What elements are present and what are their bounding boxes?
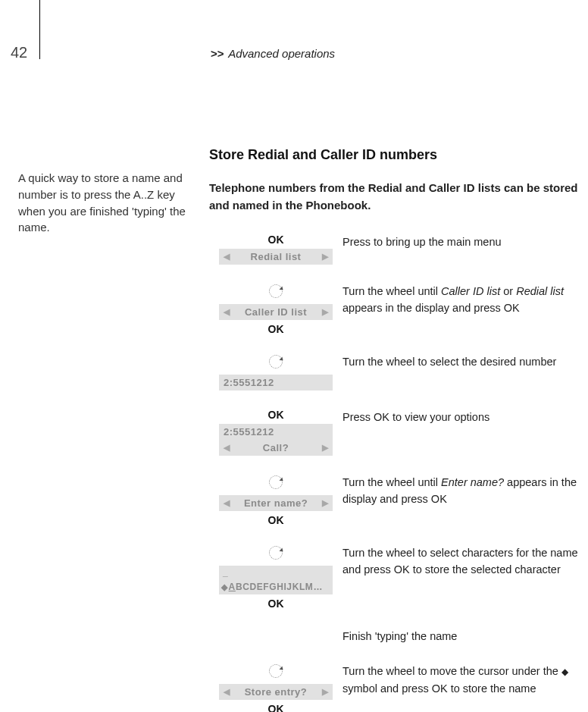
vertical-rule	[39, 0, 40, 59]
lcd-text: Redial list	[230, 251, 322, 262]
chevron-right-icon: ▶	[322, 307, 329, 317]
control-column: ◀ Enter name? ▶ OK	[209, 474, 342, 526]
chevron-right-icon: ▶	[322, 687, 329, 697]
control-column: 2:5551212	[209, 353, 342, 391]
step-description: Press to bring up the main menu	[342, 234, 580, 250]
lcd-chars: BCDEFGHIJKLM…	[236, 582, 323, 592]
text: or	[500, 285, 516, 297]
step: ◀ Enter name? ▶ OK Turn the wheel until …	[209, 474, 580, 526]
lcd-text: Call?	[230, 442, 322, 453]
emphasis: Enter name?	[441, 476, 504, 488]
emphasis: Caller ID list	[441, 285, 500, 297]
chevron-left-icon: ◀	[224, 443, 230, 453]
section-title: Store Redial and Caller ID numbers	[209, 147, 580, 163]
chevron-left-icon: ◀	[224, 307, 230, 317]
step-description: Turn the wheel to select the desired num…	[342, 353, 580, 370]
chevron-left-icon: ◀	[224, 498, 230, 508]
step: OK ◀ Redial list ▶ Press to bring up the…	[209, 234, 580, 265]
wheel-icon	[269, 664, 283, 678]
step-description: Finish 'typing' the name	[342, 628, 580, 645]
chevron-right-icon: ▶	[322, 498, 329, 508]
main-column: Store Redial and Caller ID numbers Telep…	[209, 147, 588, 712]
ok-label: OK	[268, 234, 284, 246]
chevron-right-icon: ▶	[322, 252, 329, 262]
lcd-cursor-line: _	[219, 566, 333, 579]
text: Turn the wheel until	[342, 476, 441, 488]
ok-label: OK	[268, 703, 284, 712]
lcd-caller-id-list: ◀ Caller ID list ▶	[219, 304, 333, 320]
lcd-text: Caller ID list	[230, 306, 322, 318]
header-text: Advanced operations	[228, 47, 335, 60]
lcd-selected-char: A	[229, 582, 236, 592]
lcd-store-entry: ◀ Store entry? ▶	[219, 684, 333, 700]
step-description: Turn the wheel until Enter name? appears…	[342, 474, 580, 508]
text: Turn the wheel until	[342, 285, 441, 297]
step: _ ◆ABCDEFGHIJKLM… OK Turn the wheel to s…	[209, 544, 580, 610]
ok-label: OK	[268, 409, 284, 421]
wheel-icon	[269, 475, 283, 489]
step: 2:5551212 Turn the wheel to select the d…	[209, 353, 580, 391]
margin-note: A quick way to store a name and number i…	[18, 147, 209, 712]
steps-list: OK ◀ Redial list ▶ Press to bring up the…	[209, 234, 580, 712]
page: 42 >> Advanced operations A quick way to…	[0, 0, 588, 712]
header-chevrons: >>	[211, 47, 224, 60]
text: Turn the wheel to move the cursor under …	[342, 665, 561, 677]
step-description: Turn the wheel until Caller ID list or R…	[342, 283, 580, 317]
diamond-icon: ◆	[561, 665, 568, 679]
step: Finish 'typing' the name	[209, 628, 580, 645]
wheel-icon	[269, 546, 283, 560]
control-column: _ ◆ABCDEFGHIJKLM… OK	[209, 544, 342, 610]
step: ◀ Store entry? ▶ OK Turn the wheel to mo…	[209, 663, 580, 712]
lcd-number: 2:5551212	[219, 375, 333, 391]
running-header: >> Advanced operations	[211, 47, 335, 60]
chevron-left-icon: ◀	[224, 252, 230, 262]
diamond-icon: ◆	[221, 582, 228, 592]
text: appears in the display and press OK	[342, 302, 520, 314]
lcd-stack: 2:5551212 ◀ Call? ▶	[219, 424, 333, 456]
lcd-number: 2:5551212	[219, 424, 333, 440]
control-column: ◀ Caller ID list ▶ OK	[209, 283, 342, 335]
step: OK 2:5551212 ◀ Call? ▶ Press OK to view …	[209, 409, 580, 456]
lcd-text: Enter name?	[230, 497, 322, 509]
control-column: ◀ Store entry? ▶ OK	[209, 663, 342, 712]
content-columns: A quick way to store a name and number i…	[18, 147, 588, 712]
control-column: OK 2:5551212 ◀ Call? ▶	[209, 409, 342, 456]
lcd-text: Store entry?	[230, 686, 322, 698]
step-description: Press OK to view your options	[342, 409, 580, 425]
lcd-enter-name: ◀ Enter name? ▶	[219, 495, 333, 511]
emphasis: Redial list	[516, 285, 564, 297]
chevron-right-icon: ▶	[322, 443, 329, 453]
lcd-stack: _ ◆ABCDEFGHIJKLM…	[219, 566, 333, 594]
wheel-icon	[269, 355, 283, 369]
ok-label: OK	[268, 323, 284, 335]
lcd-call-prompt: ◀ Call? ▶	[219, 440, 333, 456]
ok-label: OK	[268, 598, 284, 610]
chevron-left-icon: ◀	[224, 687, 230, 697]
step-description: Turn the wheel to move the cursor under …	[342, 663, 580, 697]
intro-paragraph: Telephone numbers from the Redial and Ca…	[209, 180, 580, 214]
page-number: 42	[11, 44, 27, 61]
step-description: Turn the wheel to select characters for …	[342, 544, 580, 579]
text: symbol and press OK to store the name	[342, 682, 536, 695]
lcd-redial-list: ◀ Redial list ▶	[219, 249, 333, 265]
lcd-char-row: ◆ABCDEFGHIJKLM…	[219, 579, 333, 594]
wheel-icon	[269, 284, 283, 298]
ok-label: OK	[268, 514, 284, 526]
control-column: OK ◀ Redial list ▶	[209, 234, 342, 265]
step: ◀ Caller ID list ▶ OK Turn the wheel unt…	[209, 283, 580, 335]
